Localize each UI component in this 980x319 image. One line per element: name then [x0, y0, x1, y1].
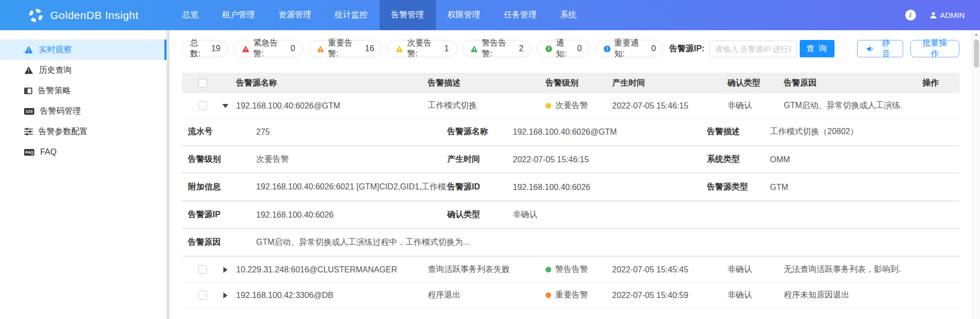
main-nav: 总览 租户管理 资源管理 统计监控 告警管理 权限管理 任务管理 系统	[171, 0, 589, 30]
cell-alarm-level: 次要告警	[546, 100, 612, 111]
pill-value: 16	[365, 44, 374, 53]
pill-label: 总数:	[190, 38, 207, 59]
sidebar-item-label: 告警码管理	[40, 106, 81, 117]
cell-alarm-reason: GTM启动、异常切换或人工演练...	[784, 100, 902, 111]
sidebar: 实时观察 历史查询 告警策略 123 告警码管理	[0, 30, 166, 319]
sidebar-item-label: 历史查询	[39, 65, 72, 76]
sidebar-item-label: 实时观察	[39, 45, 72, 55]
select-all-checkbox[interactable]	[198, 79, 207, 88]
detail-value: 192.168.100.40:6026@GTM	[513, 127, 707, 137]
collapse-arrow-icon[interactable]	[222, 104, 228, 108]
vertical-scrollbar[interactable]: ▲	[972, 30, 980, 319]
pill-total: 总数: 19	[182, 40, 228, 57]
user-menu[interactable]: ADMIN	[929, 11, 965, 19]
nav-item-permission-mgmt[interactable]: 权限管理	[436, 0, 492, 30]
scrollbar-up-icon[interactable]: ▲	[974, 31, 978, 37]
row-checkbox[interactable]	[198, 291, 207, 300]
detail-value: OMM	[770, 155, 960, 164]
detail-value: GTM	[770, 183, 960, 192]
row-checkbox[interactable]	[198, 101, 207, 110]
cell-occur-time: 2022-07-05 15:46:15	[612, 101, 727, 111]
search-button[interactable]: 查 询	[800, 40, 835, 57]
nav-item-system[interactable]: 系统	[549, 0, 589, 30]
table-row[interactable]: 10.229.31.248:6016@CLUSTERMANAGER 查询活跃事务…	[182, 257, 960, 283]
expand-arrow-icon[interactable]	[223, 292, 227, 299]
detail-value: 275	[256, 127, 447, 137]
pill-value: 1	[444, 44, 449, 53]
pill-label: 警告告警:	[482, 38, 515, 59]
warning-triangle-icon	[470, 45, 478, 53]
alarm-summary-toolbar: 总数: 19 紧急告警: 0 重要告警: 16	[182, 40, 960, 57]
pill-major-notice: 重要通知: 0	[595, 40, 664, 57]
pill-label: 次要告警:	[407, 38, 441, 59]
info-icon[interactable]: i	[905, 10, 916, 20]
sidebar-item-faq[interactable]: FAQ FAQ	[0, 142, 166, 162]
table-header-row: 告警源名称 告警描述 告警级别 产生时间 确认类型 告警原因 操作	[182, 73, 960, 93]
detail-value: 2022-07-05 15:46:15	[513, 155, 707, 164]
detail-label: 告警源名称	[447, 126, 513, 137]
sidebar-item-realtime-watch[interactable]: 实时观察	[0, 39, 166, 60]
pill-value: 0	[290, 44, 295, 53]
detail-label: 附加信息	[188, 182, 256, 193]
nav-item-stats-monitor[interactable]: 统计监控	[323, 0, 380, 30]
top-navbar: GoldenDB Insight 总览 租户管理 资源管理 统计监控 告警管理 …	[0, 0, 980, 30]
sidebar-item-alarm-param-config[interactable]: 告警参数配置	[0, 121, 166, 142]
detail-label: 告警原因	[188, 237, 256, 248]
nav-item-overview[interactable]: 总览	[171, 0, 211, 30]
detail-label: 告警源IP	[188, 209, 256, 220]
cell-alarm-desc: 工作模式切换	[428, 100, 546, 111]
detail-row: 流水号 275 告警源名称 192.168.100.40:6026@GTM 告警…	[182, 119, 960, 146]
navbar-right: i ADMIN	[905, 10, 980, 20]
cell-ack-type: 非确认	[727, 290, 784, 301]
pill-notice: 通知: 0	[537, 40, 590, 57]
level-dot-icon	[546, 103, 551, 109]
detail-label: 确认类型	[447, 209, 513, 220]
cell-occur-time: 2022-07-05 15:45:45	[612, 265, 727, 274]
pill-label: 重要通知:	[614, 38, 648, 59]
pill-value: 2	[519, 44, 524, 53]
pill-minor-alarm: 次要告警: 1	[387, 40, 457, 57]
nav-item-tenant-mgmt[interactable]: 租户管理	[211, 0, 267, 30]
batch-operation-button[interactable]: 批量操作	[910, 40, 960, 57]
cell-alarm-reason: 程序未知原因退出	[784, 290, 902, 301]
mute-button[interactable]: 静音	[857, 40, 903, 57]
cell-alarm-level: 重要告警	[546, 290, 612, 301]
alarm-ip-input[interactable]	[710, 40, 797, 57]
nav-item-task-mgmt[interactable]: 任务管理	[492, 0, 549, 30]
sidebar-item-alarm-policy[interactable]: 告警策略	[0, 80, 166, 101]
expand-arrow-icon[interactable]	[223, 267, 227, 273]
history-alert-icon	[24, 66, 33, 74]
sidebar-item-label: FAQ	[40, 147, 56, 157]
detail-value: 192.168.100.40:6026	[513, 183, 707, 192]
table-row[interactable]: 192.168.100.42:3306@DB 程序退出 重要告警 2022-07…	[182, 283, 960, 308]
alarm-table: 告警源名称 告警描述 告警级别 产生时间 确认类型 告警原因 操作 192.16…	[182, 73, 960, 308]
sidebar-item-alarm-code-mgmt[interactable]: 123 告警码管理	[0, 101, 166, 121]
sidebar-item-history-query[interactable]: 历史查询	[0, 60, 166, 80]
user-icon	[929, 11, 937, 19]
goldendb-logo-icon	[28, 8, 44, 23]
cell-ack-type: 非确认	[727, 264, 784, 275]
brand-title: GoldenDB Insight	[50, 9, 139, 22]
level-dot-icon	[546, 292, 551, 298]
nav-item-resource-mgmt[interactable]: 资源管理	[267, 0, 323, 30]
detail-row: 告警级别 次要告警 产生时间 2022-07-05 15:46:15 系统类型 …	[182, 146, 960, 174]
cell-alarm-source-name: 192.168.100.42:3306@DB	[236, 291, 428, 300]
detail-label: 告警级别	[188, 154, 256, 165]
alert-triangle-icon	[24, 46, 33, 54]
level-label: 次要告警	[555, 100, 588, 111]
sidebar-item-label: 告警策略	[38, 86, 71, 96]
alarm-ip-label: 告警源IP:	[670, 44, 704, 54]
alarm-ip-search: 告警源IP: 查 询	[670, 40, 835, 57]
notice-circle-icon	[545, 45, 552, 53]
scrollbar-thumb[interactable]	[974, 39, 979, 68]
row-checkbox[interactable]	[198, 265, 207, 274]
cell-alarm-desc: 查询活跃事务列表失败	[428, 264, 546, 275]
detail-label: 产生时间	[447, 154, 513, 165]
pill-warning-alarm: 警告告警: 2	[462, 40, 532, 57]
pill-label: 紧急告警:	[254, 38, 287, 59]
detail-value: 工作模式切换（20802）	[770, 126, 960, 137]
detail-value: 次要告警	[256, 154, 447, 165]
table-row[interactable]: 192.168.100.40:6026@GTM 工作模式切换 次要告警 2022…	[182, 93, 960, 119]
level-label: 重要告警	[555, 290, 588, 301]
nav-item-alarm-mgmt[interactable]: 告警管理	[380, 0, 436, 30]
